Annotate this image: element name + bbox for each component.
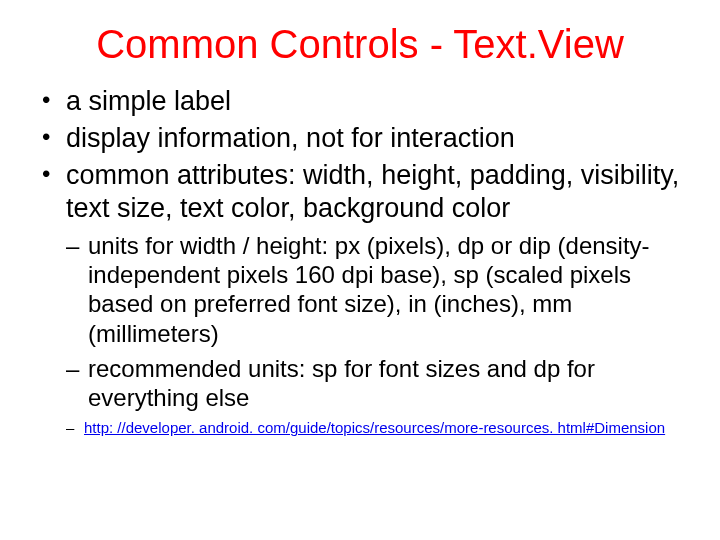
list-item: units for width / height: px (pixels), d… xyxy=(66,231,688,348)
list-item: http: //developer. android. com/guide/to… xyxy=(66,418,688,438)
list-item: display information, not for interaction xyxy=(40,122,688,155)
reference-link[interactable]: http: //developer. android. com/guide/to… xyxy=(84,419,665,436)
list-item: recommended units: sp for font sizes and… xyxy=(66,354,688,413)
list-item: a simple label xyxy=(40,85,688,118)
bullet-list-level1: a simple label display information, not … xyxy=(40,85,688,225)
slide-title: Common Controls - Text.View xyxy=(32,22,688,67)
bullet-list-level3: http: //developer. android. com/guide/to… xyxy=(66,418,688,438)
list-item: common attributes: width, height, paddin… xyxy=(40,159,688,225)
slide: Common Controls - Text.View a simple lab… xyxy=(0,0,720,540)
bullet-list-level2: units for width / height: px (pixels), d… xyxy=(66,231,688,413)
